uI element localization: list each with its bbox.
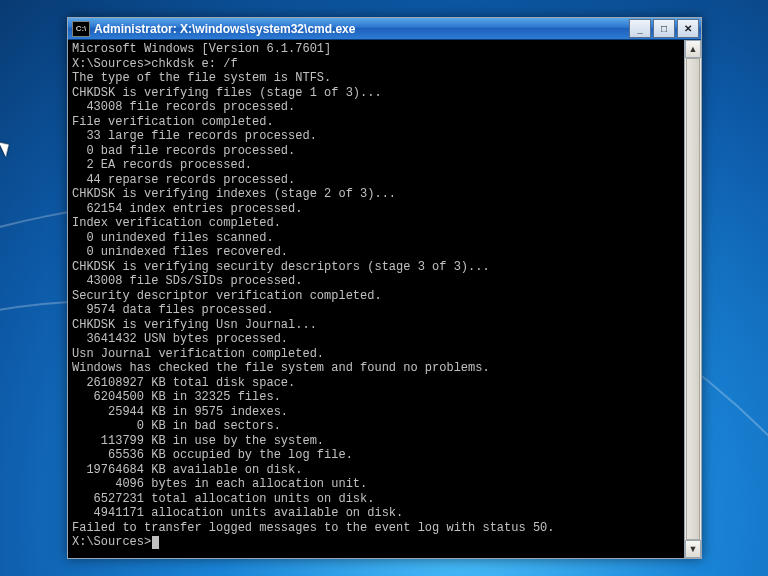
close-button[interactable]: ✕ [677, 19, 699, 38]
console-line: X:\Sources>chkdsk e: /f [72, 57, 682, 72]
console-line: Index verification completed. [72, 216, 682, 231]
window-title: Administrator: X:\windows\system32\cmd.e… [94, 22, 629, 36]
console-line: 62154 index entries processed. [72, 202, 682, 217]
console-line: 0 unindexed files recovered. [72, 245, 682, 260]
console-line: The type of the file system is NTFS. [72, 71, 682, 86]
console-line: CHKDSK is verifying security descriptors… [72, 260, 682, 275]
prompt[interactable]: X:\Sources> [72, 535, 151, 549]
console-line: 3641432 USN bytes processed. [72, 332, 682, 347]
console-line: 113799 KB in use by the system. [72, 434, 682, 449]
scroll-down-button[interactable]: ▼ [685, 540, 701, 558]
mouse-cursor-icon [0, 139, 13, 157]
console-line: 6527231 total allocation units on disk. [72, 492, 682, 507]
minimize-button[interactable]: _ [629, 19, 651, 38]
console-line: 0 unindexed files scanned. [72, 231, 682, 246]
console-line: Security descriptor verification complet… [72, 289, 682, 304]
console-output[interactable]: Microsoft Windows [Version 6.1.7601]X:\S… [68, 40, 684, 558]
console-line: CHKDSK is verifying indexes (stage 2 of … [72, 187, 682, 202]
console-line: 9574 data files processed. [72, 303, 682, 318]
console-line: Failed to transfer logged messages to th… [72, 521, 682, 536]
vertical-scrollbar[interactable]: ▲ ▼ [684, 40, 701, 558]
scroll-up-button[interactable]: ▲ [685, 40, 701, 58]
console-line: CHKDSK is verifying files (stage 1 of 3)… [72, 86, 682, 101]
console-line: 43008 file records processed. [72, 100, 682, 115]
console-line: Windows has checked the file system and … [72, 361, 682, 376]
console-line: 26108927 KB total disk space. [72, 376, 682, 391]
console-line: 6204500 KB in 32325 files. [72, 390, 682, 405]
window-controls: _ □ ✕ [629, 19, 699, 38]
console-line: 25944 KB in 9575 indexes. [72, 405, 682, 420]
console-line: 65536 KB occupied by the log file. [72, 448, 682, 463]
console-line: 43008 file SDs/SIDs processed. [72, 274, 682, 289]
titlebar[interactable]: C:\ Administrator: X:\windows\system32\c… [68, 18, 701, 40]
console-line: 33 large file records processed. [72, 129, 682, 144]
console-line: CHKDSK is verifying Usn Journal... [72, 318, 682, 333]
scroll-thumb[interactable] [686, 58, 700, 540]
console-line: Usn Journal verification completed. [72, 347, 682, 362]
console-line: 44 reparse records processed. [72, 173, 682, 188]
console-line: 4941171 allocation units available on di… [72, 506, 682, 521]
console-line: 2 EA records processed. [72, 158, 682, 173]
console-line: 4096 bytes in each allocation unit. [72, 477, 682, 492]
client-area: Microsoft Windows [Version 6.1.7601]X:\S… [68, 40, 701, 558]
console-line: 0 KB in bad sectors. [72, 419, 682, 434]
text-cursor-icon [152, 536, 159, 549]
scroll-track[interactable] [685, 58, 701, 540]
cmd-icon: C:\ [72, 21, 90, 37]
console-line: Microsoft Windows [Version 6.1.7601] [72, 42, 682, 57]
console-line: 19764684 KB available on disk. [72, 463, 682, 478]
console-line: 0 bad file records processed. [72, 144, 682, 159]
console-line: File verification completed. [72, 115, 682, 130]
cmd-window: C:\ Administrator: X:\windows\system32\c… [67, 17, 702, 559]
maximize-button[interactable]: □ [653, 19, 675, 38]
